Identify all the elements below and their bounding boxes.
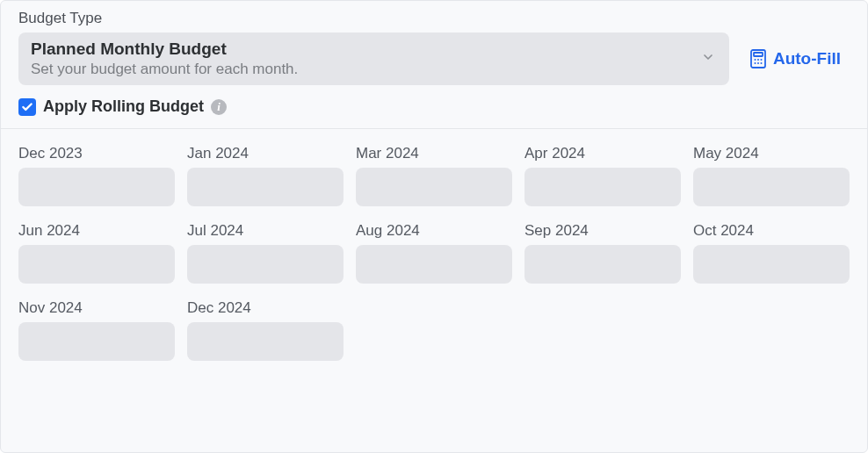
- month-input[interactable]: [18, 245, 175, 284]
- month-label: Apr 2024: [524, 145, 681, 162]
- month-label: Dec 2024: [187, 299, 344, 317]
- month-cell: Apr 2024: [524, 145, 681, 206]
- month-input[interactable]: [187, 322, 344, 361]
- month-cell: Jun 2024: [18, 222, 175, 284]
- rolling-budget-label: Apply Rolling Budget: [43, 97, 204, 116]
- rolling-budget-checkbox[interactable]: [18, 98, 36, 116]
- svg-rect-1: [754, 53, 763, 56]
- month-input[interactable]: [18, 168, 175, 206]
- chevron-down-icon: [701, 50, 715, 68]
- budget-type-label: Budget Type: [18, 10, 850, 27]
- month-cell: Aug 2024: [356, 222, 512, 284]
- month-cell: Nov 2024: [18, 299, 175, 361]
- svg-point-5: [754, 62, 756, 64]
- months-grid-container: Dec 2023Jan 2024Mar 2024Apr 2024May 2024…: [1, 128, 867, 377]
- budget-type-select-title: Planned Monthly Budget: [31, 40, 694, 59]
- month-label: Aug 2024: [356, 222, 512, 240]
- month-cell: Dec 2024: [187, 299, 344, 361]
- month-cell: Dec 2023: [18, 145, 175, 206]
- month-label: Nov 2024: [18, 299, 175, 317]
- svg-point-2: [754, 59, 756, 61]
- month-input[interactable]: [524, 245, 681, 284]
- month-label: May 2024: [693, 145, 850, 162]
- auto-fill-label: Auto-Fill: [773, 49, 841, 68]
- month-label: Jul 2024: [187, 222, 344, 240]
- month-label: Dec 2023: [18, 145, 175, 162]
- month-input[interactable]: [524, 168, 681, 206]
- budget-type-row: Planned Monthly Budget Set your budget a…: [18, 32, 850, 85]
- month-cell: Jan 2024: [187, 145, 344, 206]
- months-grid: Dec 2023Jan 2024Mar 2024Apr 2024May 2024…: [18, 145, 850, 361]
- month-label: Jan 2024: [187, 145, 344, 162]
- auto-fill-button[interactable]: Auto-Fill: [750, 49, 850, 68]
- rolling-budget-row: Apply Rolling Budget i: [18, 97, 850, 116]
- month-label: Jun 2024: [18, 222, 175, 240]
- svg-point-6: [757, 62, 759, 64]
- svg-point-3: [757, 59, 759, 61]
- budget-panel: Budget Type Planned Monthly Budget Set y…: [0, 0, 868, 453]
- month-label: Sep 2024: [524, 222, 681, 240]
- month-cell: May 2024: [693, 145, 850, 206]
- month-input[interactable]: [693, 245, 850, 284]
- calculator-icon: [750, 49, 766, 68]
- month-input[interactable]: [356, 168, 512, 206]
- month-input[interactable]: [693, 168, 850, 206]
- month-cell: Oct 2024: [693, 222, 850, 284]
- month-label: Oct 2024: [693, 222, 850, 240]
- svg-point-4: [760, 59, 762, 61]
- month-input[interactable]: [187, 245, 344, 284]
- month-label: Mar 2024: [356, 145, 512, 162]
- svg-point-7: [760, 62, 762, 64]
- budget-type-select[interactable]: Planned Monthly Budget Set your budget a…: [18, 32, 729, 85]
- budget-type-select-subtitle: Set your budget amount for each month.: [31, 61, 694, 78]
- month-input[interactable]: [18, 322, 175, 361]
- month-cell: Jul 2024: [187, 222, 344, 284]
- month-input[interactable]: [356, 245, 512, 284]
- budget-header: Budget Type Planned Monthly Budget Set y…: [1, 1, 867, 128]
- month-input[interactable]: [187, 168, 344, 206]
- info-icon[interactable]: i: [211, 99, 227, 115]
- month-cell: Mar 2024: [356, 145, 512, 206]
- month-cell: Sep 2024: [524, 222, 681, 284]
